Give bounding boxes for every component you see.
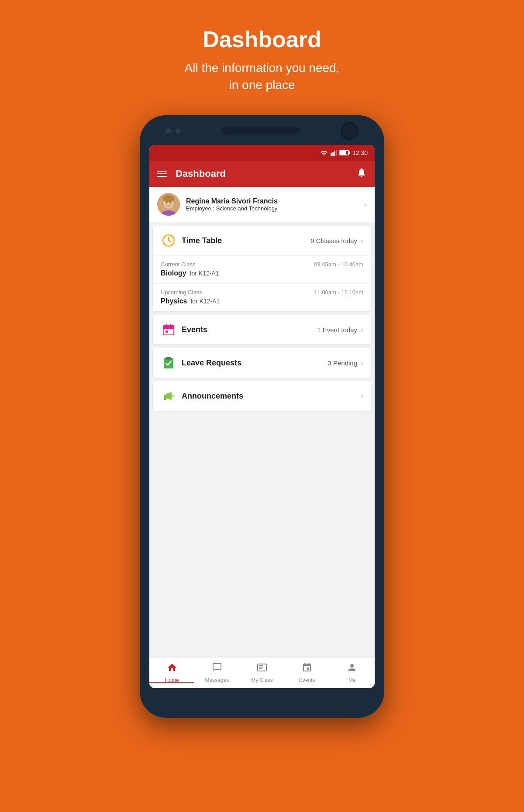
profile-role: Employee : Science and Technology: [186, 205, 364, 212]
screen-content: Regina Maria Sivori Francis Employee : S…: [149, 187, 375, 657]
svg-point-16: [168, 240, 169, 241]
current-class-item[interactable]: Current Class 09:45am - 10.40am Biology …: [153, 255, 371, 283]
phone-sensors: [166, 128, 181, 134]
app-bar: Dashboard: [149, 161, 375, 187]
announcements-section[interactable]: Announcements ›: [153, 381, 371, 411]
svg-point-26: [172, 395, 174, 397]
status-bar: 12:30: [149, 145, 375, 161]
avatar: [157, 193, 180, 216]
upcoming-class-name-row: Physics for K12-A1: [161, 297, 363, 305]
svg-point-8: [163, 195, 174, 202]
sensor-dot-2: [176, 128, 181, 134]
hamburger-menu[interactable]: [157, 171, 167, 177]
svg-rect-25: [164, 397, 166, 400]
events-title: Events: [182, 325, 317, 334]
leave-requests-chevron-icon: ›: [361, 358, 363, 368]
leave-requests-section[interactable]: Leave Requests 3 Pending ›: [153, 348, 371, 378]
notification-bell-icon[interactable]: [356, 167, 367, 180]
avatar-placeholder: [157, 193, 180, 216]
timetable-header[interactable]: Time Table 9 Classes today ›: [153, 226, 371, 255]
nav-label-events: Events: [299, 677, 315, 683]
svg-rect-3: [336, 150, 337, 156]
upcoming-class-name: Physics: [161, 297, 187, 305]
nav-events-icon: [302, 662, 312, 675]
sensor-dot-1: [166, 128, 171, 134]
leave-icon: [161, 355, 176, 371]
svg-rect-24: [166, 357, 171, 360]
profile-name: Regina Maria Sivori Francis: [186, 197, 364, 205]
announcements-icon: [161, 388, 176, 404]
timetable-title: Time Table: [182, 236, 310, 245]
phone-speaker: [221, 127, 300, 135]
svg-rect-0: [331, 153, 332, 156]
svg-rect-19: [163, 327, 174, 329]
hamburger-line-2: [157, 173, 167, 174]
nav-item-home[interactable]: Home: [149, 662, 194, 683]
avatar-image: [157, 193, 180, 216]
events-section[interactable]: Events 1 Event today ›: [153, 315, 371, 344]
nav-label-home: Home: [165, 677, 179, 683]
my-class-icon: [257, 662, 267, 675]
signal-icon: [331, 150, 337, 156]
status-icons: [320, 150, 349, 156]
page-title: Dashboard: [185, 26, 340, 52]
phone-mockup: 12:30 Dashboard: [140, 115, 384, 718]
timetable-section[interactable]: Time Table 9 Classes today › Current Cla…: [153, 226, 371, 311]
announcements-header[interactable]: Announcements ›: [153, 381, 371, 411]
phone-shell: 12:30 Dashboard: [140, 115, 384, 718]
leave-requests-meta: 3 Pending: [328, 359, 357, 367]
svg-point-11: [170, 202, 171, 203]
svg-rect-1: [332, 152, 334, 156]
events-icon: [161, 322, 176, 337]
page-header: Dashboard All the information you need, …: [176, 0, 348, 107]
profile-chevron-icon: ›: [364, 200, 367, 209]
upcoming-class-group: for K12-A1: [190, 298, 220, 305]
events-chevron-icon: ›: [361, 325, 363, 334]
battery-icon: [339, 150, 349, 155]
announcements-title: Announcements: [182, 392, 357, 401]
svg-rect-2: [334, 151, 335, 156]
clock-icon: [161, 233, 176, 248]
hamburger-line-1: [157, 171, 167, 172]
home-icon: [167, 662, 177, 675]
phone-screen: 12:30 Dashboard: [149, 145, 375, 688]
timetable-chevron-icon: ›: [361, 236, 363, 245]
current-class-group: for K12-A1: [190, 270, 219, 277]
svg-rect-22: [165, 330, 168, 333]
current-class-label: Current Class 09:45am - 10.40am: [161, 261, 363, 268]
nav-label-me: Me: [348, 677, 356, 683]
page-subtitle: All the information you need, in one pla…: [185, 59, 340, 93]
nav-label-my-class: My Class: [251, 677, 272, 683]
upcoming-class-label: Upcoming Class 11:00am - 12.10pm: [161, 289, 363, 296]
leave-requests-title: Leave Requests: [182, 358, 328, 368]
nav-label-messages: Messages: [205, 677, 229, 683]
battery-fill: [340, 151, 346, 155]
current-class-name: Biology: [161, 269, 186, 277]
svg-point-10: [166, 202, 168, 203]
app-bar-title: Dashboard: [176, 168, 356, 179]
phone-camera: [341, 122, 358, 140]
nav-item-events[interactable]: Events: [285, 662, 330, 683]
nav-item-my-class[interactable]: My Class: [239, 662, 284, 683]
wifi-icon: [320, 150, 328, 156]
upcoming-class-item[interactable]: Upcoming Class 11:00am - 12.10pm Physics…: [153, 283, 371, 311]
leave-requests-header[interactable]: Leave Requests 3 Pending ›: [153, 348, 371, 378]
status-time: 12:30: [352, 149, 368, 156]
timetable-meta: 9 Classes today: [310, 237, 357, 244]
profile-info: Regina Maria Sivori Francis Employee : S…: [186, 197, 364, 212]
current-class-name-row: Biology for K12-A1: [161, 269, 363, 277]
hamburger-line-3: [157, 176, 167, 177]
events-meta: 1 Event today: [317, 326, 357, 334]
nav-item-me[interactable]: Me: [330, 662, 375, 683]
events-header[interactable]: Events 1 Event today ›: [153, 315, 371, 344]
announcements-chevron-icon: ›: [361, 392, 363, 401]
phone-notch: [166, 123, 358, 139]
nav-item-messages[interactable]: Messages: [194, 662, 239, 683]
messages-icon: [212, 662, 222, 675]
me-icon: [347, 662, 357, 675]
profile-card[interactable]: Regina Maria Sivori Francis Employee : S…: [149, 187, 375, 222]
bottom-nav: Home Messages My: [149, 657, 375, 688]
